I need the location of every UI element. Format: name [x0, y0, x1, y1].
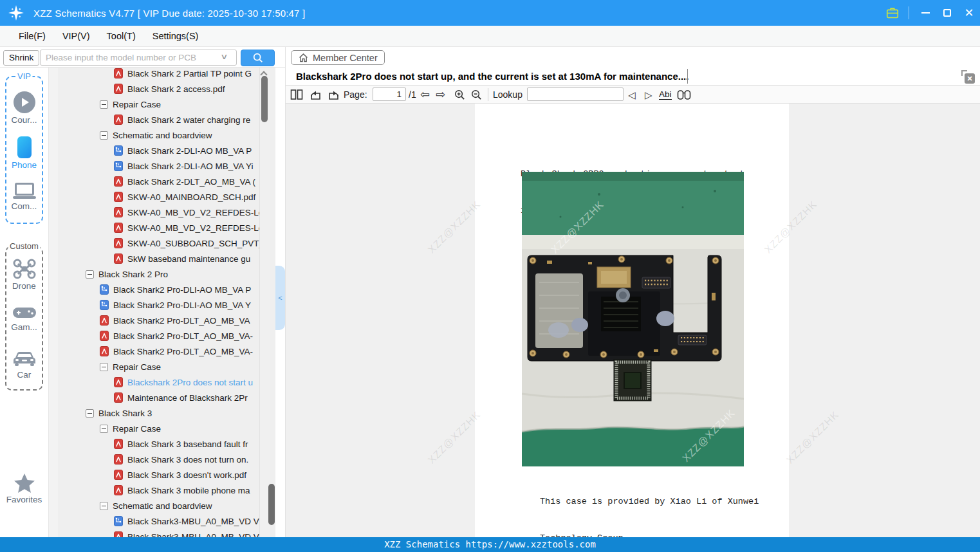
- document-tab-bar: Blackshark 2Pro does not start up, and t…: [285, 67, 980, 86]
- tree-item[interactable]: Repair Case: [58, 421, 259, 436]
- tree-item[interactable]: Black Shark2 Pro-DLT_AO_MB_VA-: [58, 344, 259, 359]
- tree-scrollbar-track[interactable]: [259, 68, 270, 537]
- schematic-file-icon: [114, 516, 123, 526]
- sidebar-item-courses[interactable]: Cour...: [6, 91, 42, 125]
- sidebar-item-car[interactable]: Car: [6, 350, 42, 380]
- tree-item[interactable]: Black Shark 3 mobile phone ma: [58, 483, 259, 498]
- sidebar-item-phone[interactable]: Phone: [6, 136, 42, 170]
- tree-item[interactable]: Black Shark 3: [58, 405, 259, 421]
- menu-tool[interactable]: Tool(T): [98, 31, 144, 41]
- tree-item[interactable]: Black Shark 2 Partial TP point G: [58, 68, 259, 81]
- model-search-input[interactable]: [40, 50, 237, 66]
- tree-item[interactable]: Black Shark3-MBU_A0_MB_VD V: [58, 529, 259, 537]
- document-viewport[interactable]: Black Shark 2PRO no booting, current set…: [285, 104, 980, 537]
- minimize-button[interactable]: [914, 0, 936, 26]
- toolbox-icon[interactable]: [882, 0, 903, 26]
- tree-item[interactable]: Maintenance of Blackshark 2Pr: [58, 390, 259, 405]
- tree-item[interactable]: Black Shark2 Pro-DLT_AO_MB_VA-: [58, 328, 259, 344]
- tree-item-label: Black Shark2 Pro-DLT_AO_MB_VA-: [113, 347, 253, 356]
- menu-vip[interactable]: VIP(V): [54, 31, 98, 41]
- tree-item[interactable]: SKW-A0_MB_VD_V2_REFDES-Lo: [58, 220, 259, 235]
- sidebar-item-games[interactable]: Gam...: [6, 305, 42, 332]
- tree-item-label: Black Shark 3 mobile phone ma: [127, 486, 250, 495]
- tree-item-label: Black Shark2 Pro-DLI-AO MB_VA P: [113, 285, 251, 295]
- panel-collapse-handle[interactable]: <: [275, 266, 285, 330]
- tree-item[interactable]: Schematic and boardview: [58, 127, 259, 143]
- previous-page-icon[interactable]: ⇦: [420, 86, 430, 104]
- tree-scrollbar-thumb[interactable]: [261, 76, 268, 122]
- collapse-toggle-icon[interactable]: [86, 409, 94, 418]
- laptop-icon: [13, 183, 36, 199]
- tree-item[interactable]: SKW-A0_SUBBOARD_SCH_PVT_: [58, 235, 259, 251]
- tree-item[interactable]: Black Shark 2-DLI-AO MB_VA P: [58, 143, 259, 158]
- page-number-input[interactable]: [373, 87, 406, 101]
- search-button[interactable]: [241, 50, 275, 66]
- tree-item[interactable]: SKW-A0_MAINBOARD_SCH.pdf: [58, 189, 259, 205]
- sidebar-item-favorites[interactable]: Favorites: [0, 473, 48, 504]
- tree-item[interactable]: Black Shark 2 access.pdf: [58, 81, 259, 97]
- collapse-toggle-icon[interactable]: [100, 100, 108, 109]
- tree-item[interactable]: Repair Case: [58, 359, 259, 374]
- tree-item[interactable]: SKW-A0_MB_VD_V2_REFDES-Lo: [58, 205, 259, 220]
- pdf-file-icon: [114, 439, 123, 449]
- tree-item-label: Black Shark3-MBU_A0_MB_VD V: [127, 517, 259, 526]
- collapse-toggle-icon[interactable]: [100, 425, 108, 433]
- maximize-button[interactable]: [936, 0, 958, 26]
- sidebar-item-computer[interactable]: Com...: [6, 183, 42, 211]
- find-next-icon[interactable]: ▷: [645, 86, 652, 104]
- collapse-toggle-icon[interactable]: [100, 131, 108, 140]
- tree-item[interactable]: Black Shark3-MBU_A0_MB_VD V: [58, 513, 259, 529]
- tree-item-label: SKW-A0_MAINBOARD_SCH.pdf: [127, 192, 255, 202]
- collapse-toggle-icon[interactable]: [86, 270, 94, 279]
- tree-item-label: Black Shark 3 baseband fault fr: [127, 439, 248, 449]
- tree-item[interactable]: Black Shark2 Pro-DLI-AO MB_VA P: [58, 282, 259, 297]
- tree-item[interactable]: Schematic and boardview: [58, 498, 259, 513]
- rotate-right-icon[interactable]: [327, 86, 340, 104]
- collapse-toggle-icon[interactable]: [100, 502, 108, 510]
- member-center-button[interactable]: Member Center: [291, 50, 385, 65]
- tree-item[interactable]: Black Shark 2-DLI-AO MB_VA Yi: [58, 158, 259, 174]
- tree-item-label: Maintenance of Blackshark 2Pr: [127, 393, 248, 403]
- menu-file[interactable]: File(F): [10, 31, 54, 41]
- case-caption-text: This case is provided by Xiao Li of Xunw…: [540, 471, 759, 537]
- pdf-file-icon: [114, 115, 123, 125]
- outer-scrollbar-thumb[interactable]: [268, 484, 275, 525]
- active-document-tab[interactable]: Blackshark 2Pro does not start up, and t…: [296, 67, 689, 86]
- lookup-input[interactable]: [527, 87, 624, 101]
- close-button[interactable]: ✕: [958, 0, 980, 26]
- sidebar-item-drone[interactable]: Drone: [6, 259, 42, 291]
- match-case-icon[interactable]: Abi: [659, 90, 672, 100]
- next-page-icon[interactable]: ⇨: [436, 86, 445, 104]
- tree-item[interactable]: Black Shark 2 water charging re: [58, 112, 259, 127]
- member-row: Member Center: [285, 47, 980, 67]
- tree-item[interactable]: Black Shark 3 baseband fault fr: [58, 436, 259, 452]
- tree-item[interactable]: Black Shark2 Pro-DLI-AO MB_VA Y: [58, 297, 259, 313]
- tree-item[interactable]: Black Shark 2-DLT_AO_MB_VA (: [58, 174, 259, 189]
- tree-item[interactable]: Black Shark 2 Pro: [58, 266, 259, 282]
- tab-separator: [687, 69, 688, 84]
- close-tab-icon[interactable]: ✕: [961, 69, 975, 84]
- tree-item[interactable]: Black Shark 3 does not turn on.: [58, 452, 259, 467]
- tree-item[interactable]: Black Shark 3 doesn't work.pdf: [58, 467, 259, 483]
- tree-item-label: Black Shark 2 Pro: [98, 270, 168, 279]
- tree-item[interactable]: Blackshark 2Pro does not start u: [58, 374, 259, 390]
- sidebar-scroll-track[interactable]: [48, 68, 58, 537]
- two-page-view-icon[interactable]: [290, 86, 303, 104]
- menu-settings[interactable]: Settings(S): [144, 31, 207, 41]
- tree-item-label: Black Shark 3 doesn't work.pdf: [127, 470, 246, 480]
- status-bar: XZZ Schematics https://www.xzztools.com: [0, 537, 980, 552]
- shrink-button[interactable]: Shrink: [3, 50, 39, 66]
- pdf-file-icon: [100, 346, 109, 356]
- find-previous-icon[interactable]: ◁: [628, 86, 636, 104]
- tree-item[interactable]: SkW baseband maintenance gu: [58, 251, 259, 266]
- binoculars-search-icon[interactable]: [677, 86, 691, 104]
- zoom-out-icon[interactable]: [470, 86, 483, 104]
- search-icon: [252, 52, 264, 64]
- pdf-file-icon: [114, 485, 123, 495]
- zoom-in-icon[interactable]: [454, 86, 466, 104]
- tree-item[interactable]: Black Shark2 Pro-DLT_AO_MB_VA: [58, 313, 259, 328]
- rotate-left-icon[interactable]: [309, 86, 322, 104]
- collapse-toggle-icon[interactable]: [100, 363, 108, 371]
- chevron-down-icon[interactable]: ∨: [220, 52, 228, 61]
- tree-item[interactable]: Repair Case: [58, 97, 259, 112]
